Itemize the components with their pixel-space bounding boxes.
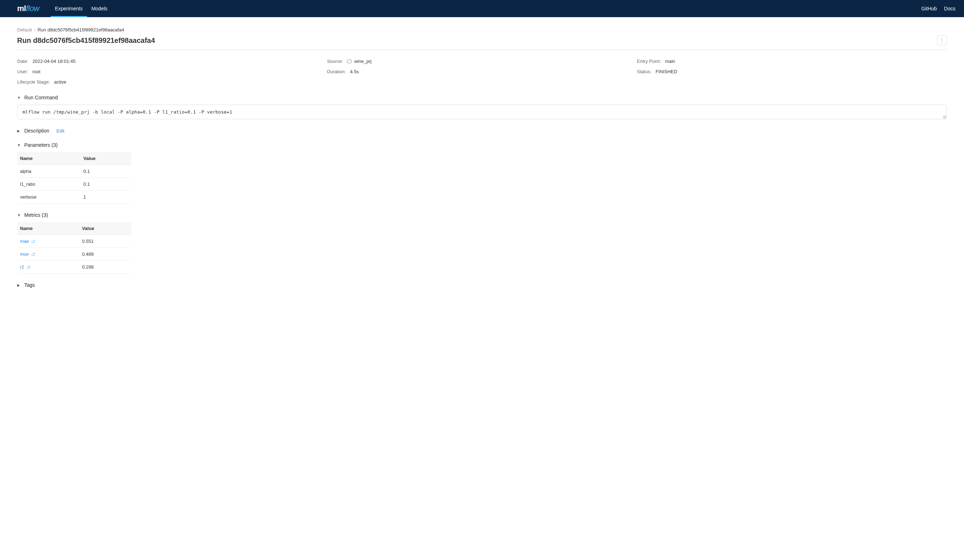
metric-link-mse[interactable]: mse — [20, 251, 35, 257]
caret-right-icon: ▶ — [17, 283, 21, 287]
metrics-table: Name Value mae 0.551 — [17, 222, 132, 273]
metric-link-mae[interactable]: mae — [20, 239, 35, 244]
meta-status-value: FINISHED — [655, 69, 677, 74]
chart-icon — [31, 239, 35, 244]
table-row: mse 0.489 — [17, 248, 132, 261]
tags-title: Tags — [24, 282, 35, 288]
param-value: 1 — [81, 191, 132, 203]
parameters-col-name: Name — [17, 152, 81, 165]
title-row: Run d8dc5076f5cb415f89921ef98aacafa4 ⋮ — [17, 35, 947, 50]
caret-down-icon: ▼ — [17, 143, 21, 147]
metrics-title: Metrics (3) — [24, 212, 48, 218]
meta-duration-label: Duration — [327, 69, 346, 74]
breadcrumb: Default › Run d8dc5076f5cb415f89921ef98a… — [17, 27, 947, 33]
metrics-col-value: Value — [79, 222, 132, 235]
param-name: alpha — [17, 165, 81, 178]
nav-tab-experiments[interactable]: Experiments — [51, 0, 87, 17]
folder-icon — [347, 60, 352, 63]
chart-icon — [31, 251, 35, 257]
param-name: verbose — [17, 191, 81, 203]
topbar-left: mlflow Experiments Models — [17, 0, 112, 17]
logo-ml-text: ml — [17, 4, 26, 13]
chevron-right-icon: › — [34, 28, 35, 33]
meta-entry-label: Entry Point — [637, 59, 661, 64]
metrics-col-name: Name — [17, 222, 79, 235]
meta-stage-value: active — [54, 79, 66, 85]
meta-grid: Date 2022-04-04 18:01:45 Source wine_prj… — [17, 59, 947, 85]
metric-value: 0.489 — [79, 248, 132, 261]
description-header[interactable]: ▶ Description Edit — [17, 128, 947, 133]
parameters-header[interactable]: ▼ Parameters (3) — [17, 142, 947, 148]
meta-user: User root — [17, 69, 327, 74]
meta-status: Status FINISHED — [637, 69, 947, 74]
meta-status-label: Status — [637, 69, 651, 74]
metric-value: 0.298 — [79, 261, 132, 273]
more-actions-button[interactable]: ⋮ — [937, 35, 947, 46]
param-name: l1_ratio — [17, 178, 81, 191]
table-row: verbose 1 — [17, 191, 132, 203]
section-description: ▶ Description Edit — [17, 128, 947, 133]
topbar-right: GitHub Docs — [922, 6, 956, 11]
section-tags: ▶ Tags — [17, 282, 947, 288]
section-run-command: ▼ Run Command mlflow run /tmp/wine_prj -… — [17, 94, 947, 119]
meta-stage: Lifecycle Stage active — [17, 79, 327, 85]
parameters-col-value: Value — [81, 152, 132, 165]
metric-name: mae — [20, 239, 29, 244]
run-command-box[interactable]: mlflow run /tmp/wine_prj -b local -P alp… — [17, 105, 947, 119]
table-row: l1_ratio 0.1 — [17, 178, 132, 191]
meta-duration: Duration 4.5s — [327, 69, 637, 74]
meta-duration-value: 4.5s — [350, 69, 359, 74]
metric-value: 0.551 — [79, 235, 132, 248]
meta-date-value: 2022-04-04 18:01:45 — [33, 59, 76, 64]
meta-user-label: User — [17, 69, 28, 74]
kebab-icon: ⋮ — [940, 37, 944, 43]
topbar-link-docs[interactable]: Docs — [944, 6, 956, 11]
meta-date-label: Date — [17, 59, 28, 64]
metric-name: r2 — [20, 264, 24, 270]
meta-source: Source wine_prj — [327, 59, 637, 64]
logo[interactable]: mlflow — [17, 4, 39, 13]
table-row: r2 0.298 — [17, 261, 132, 273]
logo-flow-text: flow — [26, 4, 39, 13]
param-value: 0.1 — [81, 165, 132, 178]
param-value: 0.1 — [81, 178, 132, 191]
caret-right-icon: ▶ — [17, 129, 21, 133]
parameters-table: Name Value alpha 0.1 l1_ratio 0.1 verbos… — [17, 152, 132, 203]
page-title: Run d8dc5076f5cb415f89921ef98aacafa4 — [17, 36, 155, 45]
section-parameters: ▼ Parameters (3) Name Value alpha 0.1 l1… — [17, 142, 947, 203]
meta-date: Date 2022-04-04 18:01:45 — [17, 59, 327, 64]
topbar-link-github[interactable]: GitHub — [922, 6, 937, 11]
table-row: mae 0.551 — [17, 235, 132, 248]
meta-stage-label: Lifecycle Stage — [17, 79, 50, 85]
meta-entry-value: main — [665, 59, 675, 64]
meta-entry: Entry Point main — [637, 59, 947, 64]
run-command-title: Run Command — [24, 94, 58, 100]
description-edit-link[interactable]: Edit — [57, 128, 64, 133]
tags-header[interactable]: ▶ Tags — [17, 282, 947, 288]
caret-down-icon: ▼ — [17, 96, 21, 99]
breadcrumb-root[interactable]: Default — [17, 27, 32, 33]
metrics-header[interactable]: ▼ Metrics (3) — [17, 212, 947, 218]
breadcrumb-current: Run d8dc5076f5cb415f89921ef98aacafa4 — [37, 27, 124, 33]
run-command-header[interactable]: ▼ Run Command — [17, 94, 947, 100]
meta-source-value[interactable]: wine_prj — [354, 59, 371, 64]
metric-name: mse — [20, 251, 29, 257]
chart-icon — [26, 264, 31, 270]
parameters-title: Parameters (3) — [24, 142, 57, 148]
topbar: mlflow Experiments Models GitHub Docs — [0, 0, 964, 17]
content: Default › Run d8dc5076f5cb415f89921ef98a… — [0, 17, 964, 311]
section-metrics: ▼ Metrics (3) Name Value mae — [17, 212, 947, 273]
table-row: alpha 0.1 — [17, 165, 132, 178]
nav-tabs: Experiments Models — [51, 0, 112, 17]
nav-tab-models[interactable]: Models — [87, 0, 112, 17]
meta-user-value: root — [33, 69, 41, 74]
metric-link-r2[interactable]: r2 — [20, 264, 31, 270]
caret-down-icon: ▼ — [17, 213, 21, 217]
meta-source-label: Source — [327, 59, 343, 64]
description-title: Description — [24, 128, 49, 133]
